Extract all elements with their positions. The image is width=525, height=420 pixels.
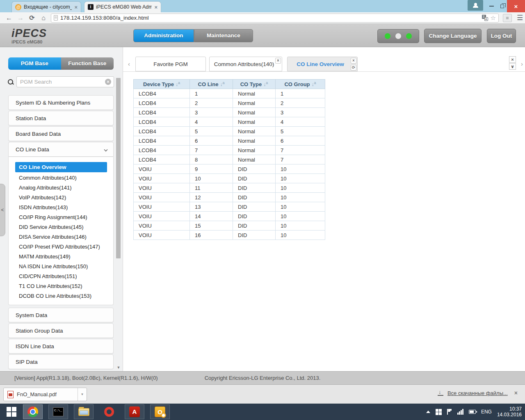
browser-tab-app[interactable]: i iPECS eMG80 Web Admin × [84,1,161,12]
browser-menu-icon[interactable]: ☰ [517,14,523,22]
column-header-co-type[interactable]: CO Type↓a [233,80,276,89]
logout-button[interactable]: Log Out [487,29,516,43]
sidebar-item-station-data[interactable]: Station Data [8,111,114,126]
column-header-device-type[interactable]: Device Type↓a [134,80,190,89]
table-row[interactable]: VOIU10DID10 [134,174,325,183]
sidebar-item-co-line-overview[interactable]: CO Line Overview [15,162,107,172]
refresh-icon[interactable]: ⟳ [351,65,356,71]
battery-icon[interactable] [469,410,476,414]
tab-scroll-right-icon[interactable]: › [521,60,523,67]
table-row[interactable]: LCOB43Normal3 [134,108,325,117]
table-row[interactable]: LCOB47Normal7 [134,146,325,155]
minimize-button[interactable] [486,0,497,12]
sidebar-item-common-attributes[interactable]: Common Attributes(140) [9,173,113,183]
sidebar-item-coip-preset-fwd[interactable]: CO/IP Preset FWD Attributes(147) [9,242,113,252]
tray-expand-icon[interactable] [426,411,430,413]
table-row[interactable]: LCOB48Normal7 [134,155,325,164]
taskbar-item-acrobat[interactable]: A [125,404,144,419]
download-dropdown-button[interactable]: ▼ [78,388,87,401]
table-row[interactable]: VOIU9DID10 [134,164,325,174]
action-center-flag-icon[interactable] [447,409,452,415]
table-row[interactable]: VOIU16DID10 [134,231,325,240]
bookmark-star-icon[interactable]: ☆ [491,14,496,22]
windows-tray-icon[interactable] [436,409,442,415]
download-file-name[interactable]: FnO_Manual.pdf [17,391,78,397]
pgm-search-input[interactable] [16,76,114,87]
close-tab-icon[interactable]: × [351,58,356,64]
maintenance-button[interactable]: Maintenance [194,29,253,42]
close-tab-icon[interactable]: × [275,58,281,64]
home-icon[interactable]: ⌂ [38,14,49,22]
table-row[interactable]: VOIU11DID10 [134,183,325,193]
tab-pgm-base[interactable]: PGM Base [8,57,61,70]
back-icon[interactable]: ← [3,14,15,22]
reload-icon[interactable]: ⟳ [26,14,38,22]
sidebar-item-dcob-co-line-attributes[interactable]: DCOB CO Line Attributes(153) [9,291,113,301]
administration-button[interactable]: Administration [133,29,194,42]
sidebar-item-coip-ring-assignment[interactable]: CO/IP Ring Assignment(144) [9,212,113,222]
tab-scroll-left-icon[interactable]: ‹ [128,60,130,67]
sidebar-item-board-based-data[interactable]: Board Based Data [8,126,114,141]
taskbar-item-opera[interactable] [99,404,119,419]
sidebar-scrollbar[interactable]: ▼ [116,57,121,371]
download-item[interactable]: FnO_Manual.pdf ▼ [3,388,87,401]
column-header-co-group[interactable]: CO Group↓a [276,80,325,89]
translate-icon[interactable]: 文 A [482,15,488,21]
sidebar-collapse-handle[interactable]: < [0,184,5,236]
taskbar-item-chrome[interactable] [23,404,43,419]
network-signal-icon[interactable] [457,409,463,415]
url-text[interactable]: 178.124.159.153:8080/a_index.html [60,15,479,21]
sidebar-item-station-group-data[interactable]: Station Group Data [8,323,114,338]
table-row[interactable]: LCOB45Normal5 [134,127,325,136]
table-row[interactable]: VOIU14DID10 [134,212,325,221]
address-bar[interactable]: 178.124.159.153:8080/a_index.html 文 A ☆ [51,14,499,23]
extension-icon[interactable] [503,14,512,22]
sidebar-item-na-isdn-line-attributes[interactable]: NA ISDN Line Attributes(150) [9,262,113,272]
table-row[interactable]: VOIU15DID10 [134,221,325,231]
sidebar-item-sip-data[interactable]: SIP Data [8,354,114,369]
close-all-tabs-button[interactable]: × [509,56,516,63]
sidebar-item-co-line-data[interactable]: CO Line Data [8,142,114,157]
table-row[interactable]: LCOB42Normal2 [134,98,325,108]
sidebar-item-isdn-line-data[interactable]: ISDN Line Data [8,339,114,354]
clock[interactable]: 10:37 14.03.2016 [497,406,522,418]
table-row[interactable]: LCOB46Normal6 [134,136,325,146]
profile-button[interactable] [468,0,483,11]
taskbar-item-outlook[interactable]: O [150,404,170,419]
sidebar-item-system-data[interactable]: System Data [8,308,114,322]
sidebar-item-voip-attributes[interactable]: VoIP Attributes(142) [9,193,113,203]
sidebar-item-cid-cpn-attributes[interactable]: CID/CPN Attributes(151) [9,272,113,281]
close-tab-icon[interactable]: × [154,4,158,10]
table-row[interactable]: VOIU13DID10 [134,202,325,212]
taskbar-item-explorer[interactable] [74,404,94,419]
scroll-down-icon[interactable]: ▼ [116,365,121,370]
table-row[interactable]: LCOB41Normal1 [134,89,325,98]
tab-function-base[interactable]: Function Base [61,57,114,70]
close-window-button[interactable]: × [507,0,525,12]
start-button[interactable] [2,404,21,419]
tab-co-line-overview[interactable]: CO Line Overview × ⟳ [287,57,358,71]
sidebar-item-t1-co-line-attributes[interactable]: T1 CO Line Attributes(152) [9,281,113,291]
sidebar-scrollbar-thumb[interactable] [116,78,121,258]
taskbar-item-cmd[interactable]: C:\_ [48,404,68,419]
sidebar-item-disa-service-attributes[interactable]: DISA Service Attributes(146) [9,232,113,242]
sidebar-item-did-service-attributes[interactable]: DID Service Attributes(145) [9,222,113,232]
close-tab-icon[interactable]: × [74,4,78,10]
restore-button[interactable] [496,0,508,12]
tab-common-attributes[interactable]: Common Attributes(140) × [209,57,282,71]
table-row[interactable]: VOIU12DID10 [134,193,325,202]
tab-list-dropdown-button[interactable]: ∨ [509,63,516,70]
browser-tab-mail[interactable]: @ Входящие - citycom_bres × [11,1,81,12]
sidebar-item-isdn-attributes[interactable]: ISDN Attributes(143) [9,203,113,212]
forward-icon[interactable]: → [15,14,26,22]
all-downloads-link[interactable]: Все скачанные файлы... [447,390,508,396]
column-header-co-line[interactable]: CO Line↓a [190,80,233,89]
close-downloads-bar-icon[interactable]: × [514,390,518,396]
language-indicator[interactable]: ENG [481,409,492,415]
sidebar-item-system-id[interactable]: System ID & Numbering Plans [8,95,114,110]
tab-favorite-pgm[interactable]: Favorite PGM [135,57,206,71]
table-row[interactable]: LCOB44Normal4 [134,117,325,127]
search-clear-icon[interactable]: × [105,79,111,85]
sidebar-item-analog-attributes[interactable]: Analog Attributes(141) [9,183,113,193]
change-language-button[interactable]: Change Language [424,29,482,43]
